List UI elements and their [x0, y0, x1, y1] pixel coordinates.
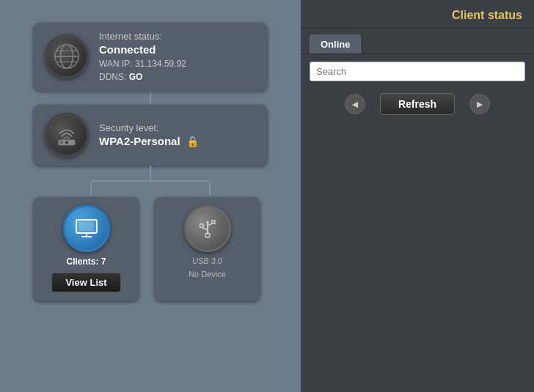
security-level-value: WPA2-Personal 🔒 [99, 135, 199, 147]
client-list-area [301, 119, 534, 392]
next-arrow[interactable]: ► [469, 94, 490, 114]
monitor-icon [72, 214, 101, 243]
usb-icon [194, 215, 221, 242]
lock-icon: 🔒 [186, 136, 199, 147]
ddns-link[interactable]: GO [129, 72, 143, 82]
right-panel: Client status Online ◄ Refresh ► [301, 0, 534, 392]
svg-rect-13 [79, 222, 94, 231]
connector-right [209, 182, 211, 196]
bottom-connectors [33, 182, 268, 196]
clients-card: Clients: 7 View List [33, 196, 139, 301]
internet-card: Internet status: Connected WAN IP: 31.13… [33, 22, 268, 91]
monitor-icon-circle [63, 205, 110, 252]
usb-label: USB 3.0 [192, 256, 222, 265]
clients-label: Clients: 7 [66, 256, 106, 267]
panel-title: Client status [301, 0, 534, 29]
security-card: Security level: WPA2-Personal 🔒 [33, 104, 268, 166]
wan-ip-value: 31.134.59.92 [135, 59, 186, 69]
usb-status: No Device [189, 270, 226, 278]
svg-rect-8 [60, 141, 62, 144]
internet-status-value: Connected [99, 43, 186, 56]
connector-internet-security [150, 91, 151, 104]
connector-split [33, 166, 268, 182]
view-list-button[interactable]: View List [51, 273, 120, 292]
svg-rect-17 [212, 221, 215, 223]
usb-card: USB 3.0 No Device [154, 196, 260, 301]
wan-ip-detail: WAN IP: 31.134.59.92 [99, 59, 186, 69]
svg-point-7 [65, 141, 68, 144]
globe-icon-circle [45, 34, 89, 78]
search-area [301, 54, 534, 89]
wan-ip-label: WAN IP: [99, 59, 133, 69]
router-icon [53, 121, 81, 149]
bottom-row: Clients: 7 View List USB 3 [33, 196, 268, 301]
usb-icon-circle [184, 205, 231, 252]
ddns-detail: DDNS: GO [99, 72, 186, 82]
globe-icon [53, 42, 81, 70]
svg-point-18 [200, 224, 203, 228]
refresh-button[interactable]: Refresh [380, 93, 455, 115]
left-panel: Internet status: Connected WAN IP: 31.13… [0, 0, 301, 392]
tab-online[interactable]: Online [310, 34, 361, 53]
security-info: Security level: WPA2-Personal 🔒 [99, 122, 199, 147]
internet-info: Internet status: Connected WAN IP: 31.13… [99, 31, 186, 82]
router-icon-circle [45, 113, 89, 157]
connector-left [90, 182, 92, 196]
ddns-label: DDNS: [99, 72, 126, 82]
prev-arrow[interactable]: ◄ [345, 94, 365, 114]
internet-status-label: Internet status: [99, 31, 186, 42]
security-level-label: Security level: [99, 122, 199, 133]
search-input[interactable] [310, 62, 525, 81]
tabs-row: Online [301, 29, 534, 54]
pagination-row: ◄ Refresh ► [301, 89, 534, 119]
clients-count: 7 [101, 256, 106, 267]
